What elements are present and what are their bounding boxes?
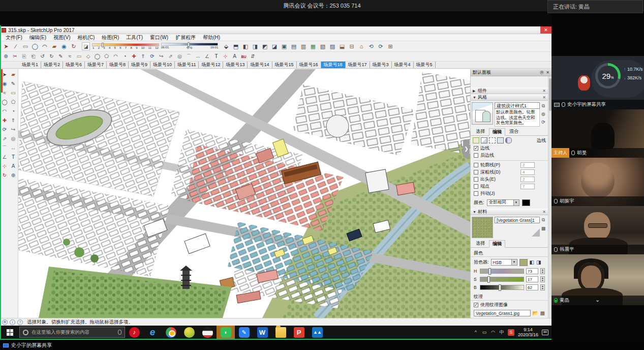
hidden-line-style-icon[interactable]: ▥ — [299, 42, 308, 51]
scene-tab-场景号14[interactable]: 场景号14 — [248, 62, 272, 68]
check-profiles[interactable]: 轮廓线(P) 2 — [471, 162, 548, 169]
arc-tool[interactable]: ◠ — [1, 107, 9, 115]
browse-folder-icon[interactable]: 📂 — [532, 310, 538, 316]
check-depth-cue[interactable]: 深粗线(D) 4 — [471, 169, 548, 176]
axes-icon[interactable]: ⊹ — [221, 52, 230, 61]
arc-icon[interactable]: ◠ — [40, 42, 49, 51]
paste-icon[interactable]: ⎗ — [29, 52, 38, 61]
spinner-control[interactable]: ▲▼ — [540, 284, 545, 290]
components-close-icon[interactable]: ✕ — [542, 89, 546, 93]
netease-music-icon[interactable]: ♪ — [125, 326, 143, 339]
checkbox-icon[interactable] — [474, 163, 478, 167]
penguin-app-icon[interactable] — [198, 326, 217, 339]
taskbar-search[interactable]: 在这里输入你要搜索的内容 — [19, 327, 125, 338]
axes-tool[interactable]: ⊹ — [1, 162, 9, 170]
participant-tile[interactable]: 韩晨平 — [551, 206, 644, 254]
section-cut-icon[interactable]: ⊟ — [347, 42, 356, 51]
chevron-down-icon[interactable]: ▼ — [511, 259, 517, 265]
zoom-tool[interactable]: ⊕ — [9, 171, 18, 180]
3d-text-icon[interactable]: A — [230, 52, 239, 61]
scene-tab-场景号13[interactable]: 场景号13 — [223, 62, 248, 68]
mic-icon[interactable] — [118, 330, 121, 335]
extension-value-field[interactable]: 2 — [520, 177, 535, 182]
scene-tab-场景号18[interactable]: 场景号18 — [321, 62, 346, 68]
materials-section-header[interactable]: ▼ 材料 ✕ — [471, 209, 548, 215]
edge-color-dropdown[interactable]: 全部相同 ▼ — [487, 199, 519, 206]
action-center-icon[interactable] — [542, 330, 548, 335]
tape-measure-icon[interactable]: ⌒ — [185, 52, 193, 61]
month-slider-thumb[interactable] — [102, 43, 104, 47]
slider-thumb[interactable] — [487, 276, 490, 283]
menu-绘图(R)[interactable]: 绘图(R) — [98, 34, 122, 41]
components-section-header[interactable]: ▶ 组件 ✕ — [471, 88, 548, 94]
scene-tab-场景号8[interactable]: 场景号8 — [107, 62, 129, 68]
move-icon[interactable]: ✚ — [130, 52, 138, 61]
section-plane-icon[interactable]: ⬓ — [338, 42, 347, 51]
slider-thumb[interactable] — [499, 284, 501, 291]
participant-tile-host[interactable]: 主持人 胡旻 — [551, 109, 644, 158]
checkbox-icon[interactable] — [474, 146, 478, 151]
redo-icon[interactable]: ↻ — [47, 52, 56, 61]
time-slider-track[interactable] — [161, 43, 218, 46]
back-view-icon[interactable]: ◨ — [251, 42, 260, 51]
file-explorer-icon[interactable] — [271, 326, 290, 339]
arc2-icon[interactable]: ◠ — [111, 52, 120, 61]
circle2-icon[interactable]: ◯ — [93, 52, 102, 61]
create-style-icon[interactable]: ◍ — [540, 111, 546, 117]
edge-style-depthcue-icon[interactable] — [497, 137, 504, 143]
pin-icon[interactable]: ⦿ — [540, 70, 544, 75]
iso-view-icon[interactable]: ⬙ — [222, 42, 231, 51]
shaded-style-icon[interactable]: ▣ — [280, 42, 289, 51]
ime-chinese-indicator[interactable]: 中 — [499, 329, 504, 336]
polygon-icon[interactable]: ⬠ — [102, 52, 111, 61]
copy-icon[interactable]: ⎘ — [20, 52, 28, 61]
edge-style-extension-icon[interactable] — [505, 137, 512, 143]
sogou-ime-icon[interactable]: S — [508, 329, 514, 336]
shadow-toggle-icon[interactable]: ◪ — [82, 42, 90, 50]
start-button[interactable] — [0, 326, 19, 339]
collapse-videos-chevron[interactable]: ⌄ — [595, 297, 600, 303]
edge-color-swatch[interactable] — [522, 199, 530, 206]
wechat-icon[interactable]: ◗ — [217, 326, 235, 339]
material-thumbnail[interactable] — [472, 217, 493, 238]
orbit-tool[interactable]: ↻ — [1, 171, 9, 180]
wps-writer-icon[interactable]: W — [253, 326, 271, 339]
screen-share-preview-tile[interactable]: 29% ↑ 10.7K/s ↓ 382K/s 史小宇的屏幕共享 — [551, 56, 644, 109]
protractor-tool[interactable]: ∠ — [1, 153, 9, 161]
scale-icon[interactable]: ⇗ — [166, 52, 175, 61]
eraser-icon[interactable]: ▰ — [50, 42, 59, 51]
styles-section-header[interactable]: ▼ 风格 ✕ — [471, 94, 548, 101]
checkbox-icon[interactable] — [474, 153, 478, 158]
monochrome-style-icon[interactable]: ▧ — [318, 42, 327, 51]
pie-icon[interactable]: ◔ — [120, 52, 129, 61]
cut-icon[interactable]: ✂ — [11, 52, 19, 61]
saturation-slider[interactable] — [480, 277, 524, 282]
styles-close-icon[interactable]: ✕ — [542, 95, 546, 100]
edge-style-backedges-icon[interactable] — [481, 137, 487, 143]
scene-tab-场景号4[interactable]: 场景号4 — [392, 62, 414, 68]
hue-slider[interactable] — [480, 269, 524, 274]
spinner-control[interactable]: ▲▼ — [540, 268, 545, 274]
green-ball-app-icon[interactable] — [180, 326, 198, 339]
scene-tab-场景号17[interactable]: 场景号17 — [346, 62, 370, 68]
next-view-icon[interactable]: ⟳ — [376, 42, 385, 51]
push-pull-tool[interactable]: ⇑ — [9, 116, 18, 125]
checkbox-icon[interactable] — [474, 184, 478, 189]
pencil-icon[interactable]: ✎ — [56, 52, 65, 61]
rectangle-icon[interactable]: ▭ — [21, 42, 30, 51]
text-tool-icon[interactable]: T — [212, 52, 221, 61]
update-style-icon[interactable]: ⟳ — [540, 119, 546, 125]
scene-tab-场景号1[interactable]: 场景号1 — [19, 62, 41, 68]
scene-tab-场景号16[interactable]: 场景号16 — [297, 62, 321, 68]
right-view-icon[interactable]: ◪ — [270, 42, 279, 51]
wireframe-style-icon[interactable]: ▤ — [289, 42, 298, 51]
expand-arrow-icon[interactable]: ▼ — [473, 210, 478, 214]
home-view-icon[interactable]: ⌂ — [357, 42, 366, 51]
checkbox-icon[interactable] — [474, 191, 478, 196]
brightness-slider[interactable] — [480, 285, 524, 290]
move-tool[interactable]: ✚ — [1, 116, 9, 125]
materials-close-icon[interactable]: ✕ — [542, 210, 546, 214]
check-jitter[interactable]: 抖动(J) — [471, 190, 548, 197]
3d-text-tool[interactable]: A — [9, 162, 18, 170]
help-icon[interactable]: ? — [17, 319, 23, 325]
